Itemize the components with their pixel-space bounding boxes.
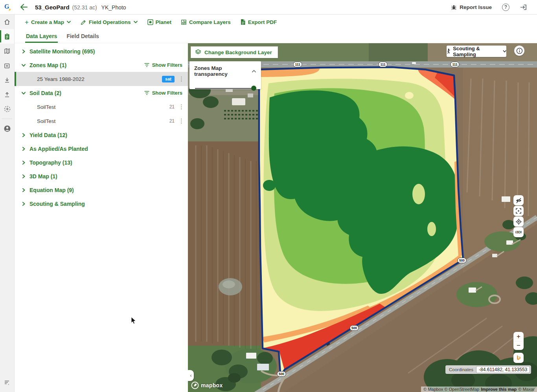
compare-layers-label: Compare Layers (189, 19, 231, 25)
map-toolbar: + Create a Map Field Operations (15, 15, 537, 29)
slider-track[interactable] (195, 88, 255, 89)
zoom-in-button[interactable]: + (513, 332, 524, 341)
add-box-icon (4, 62, 11, 69)
zones-transparency-panel: Zones Map transparency (189, 61, 261, 89)
kebab-menu-icon[interactable]: ⋮ (178, 75, 183, 82)
map-icon (4, 48, 11, 55)
chevron-down-icon (21, 62, 29, 68)
left-icon-rail (0, 15, 15, 392)
rail-account-button[interactable] (0, 121, 14, 136)
tab-data-layers[interactable]: Data Layers (25, 29, 58, 43)
mapbox-logo[interactable]: mapbox (191, 381, 223, 389)
group-label: Equation Map (9) (29, 187, 74, 193)
group-equation-map[interactable]: Equation Map (9) (15, 183, 188, 197)
kebab-menu-icon[interactable]: ⋮ (178, 103, 183, 110)
group-satellite-monitoring[interactable]: Satellite Monitoring (695) (15, 44, 188, 58)
road-label-111: 111 (293, 62, 302, 67)
rail-upload-button[interactable] (0, 87, 14, 102)
basemap-provider-button[interactable] (513, 353, 524, 363)
filter-icon (144, 62, 150, 68)
group-zones-map[interactable]: Zones Map (1) Show Filters (15, 58, 188, 72)
tab-field-details[interactable]: Field Details (66, 29, 99, 43)
panel-tabs: Data Layers Field Details (15, 29, 537, 43)
group-soil-data[interactable]: Soil Data (2) Show Filters (15, 86, 188, 100)
farm-name: YK_Photo (101, 4, 126, 11)
field-operations-button[interactable]: Field Operations (81, 19, 138, 25)
back-button[interactable] (18, 1, 29, 13)
layer-soiltest-2[interactable]: SoilTest 21 ⋮ (15, 114, 188, 128)
chevron-right-icon (21, 146, 29, 152)
show-filters-button[interactable]: Show Filters (144, 62, 182, 68)
rail-field-profile-button[interactable] (0, 29, 14, 44)
zoom-out-button[interactable]: − (513, 341, 524, 350)
map-info-button[interactable] (514, 46, 524, 56)
exit-button[interactable] (520, 4, 527, 11)
geopard-logo-icon: G (4, 3, 11, 11)
export-pdf-button[interactable]: Export PDF (240, 19, 277, 25)
scouting-sampling-dropdown[interactable]: Scouting & Sampling (447, 46, 506, 57)
field-title-group: 53_GeoPard (52.31 ac) YK_Photo (35, 4, 126, 11)
road-label-500: 500 (350, 325, 359, 331)
create-map-button[interactable]: + Create a Map (25, 19, 71, 26)
road-label-500: 500 (277, 371, 286, 377)
chevron-right-icon (21, 201, 29, 207)
kebab-menu-icon[interactable]: ⋮ (178, 117, 183, 125)
coordinates-readout: Coordinates -84.611482, 41.133553 (445, 365, 531, 374)
group-label: Soil Data (2) (29, 90, 61, 96)
walking-person-icon (447, 48, 451, 54)
fit-field-button[interactable] (513, 206, 524, 216)
field-name: 53_GeoPard (35, 4, 70, 11)
chevron-right-icon (21, 49, 29, 54)
rail-settings-button[interactable] (0, 102, 14, 116)
map-canvas[interactable]: 111 111 111 500 500 500 Change Backgroun… (188, 43, 537, 392)
help-button[interactable]: ? (502, 4, 509, 11)
transparency-slider[interactable] (194, 86, 256, 91)
layer-25-years-1988-2022[interactable]: 25 Years 1988-2022 sat ⋮ (15, 72, 188, 86)
rail-legend-toggle[interactable] (0, 375, 14, 390)
collapse-chevron-icon: ‹ (190, 373, 192, 378)
slider-thumb[interactable] (251, 86, 256, 91)
report-issue-button[interactable]: Report Issue (451, 4, 492, 10)
rail-download-button[interactable] (0, 73, 14, 87)
home-icon (4, 18, 11, 26)
group-as-applied[interactable]: As Applied/As Planted (15, 142, 188, 156)
locate-icon (515, 218, 522, 225)
3d-view-button[interactable]: 3D (513, 227, 524, 237)
locate-me-button[interactable] (513, 216, 524, 227)
mapbox-wordmark: mapbox (201, 382, 223, 388)
top-bar: G 53_GeoPard (52.31 ac) YK_Photo Report … (0, 0, 537, 15)
rail-home-button[interactable] (0, 15, 14, 29)
pdf-file-icon (240, 19, 246, 25)
list-lines-icon (4, 380, 10, 385)
layer-label: SoilTest (37, 118, 55, 124)
rotate-arcs-icon (515, 228, 522, 236)
layer-soiltest-1[interactable]: SoilTest 21 ⋮ (15, 100, 188, 114)
bing-logo-icon (515, 355, 522, 361)
chevron-right-icon (21, 187, 29, 193)
improve-map-link[interactable]: Improve this map (481, 387, 517, 392)
planet-label: Planet (156, 19, 172, 25)
group-label: Yield Data (12) (29, 132, 67, 138)
road-label-111: 111 (379, 62, 388, 67)
planet-button[interactable]: Planet (147, 19, 172, 25)
coordinates-value[interactable]: -84.611482, 41.133553 (476, 366, 530, 373)
rail-add-layer-button[interactable] (0, 58, 14, 73)
hide-labels-button[interactable] (513, 195, 524, 205)
create-map-label: Create a Map (31, 19, 64, 25)
tab-field-details-label: Field Details (66, 33, 99, 39)
sat-badge: sat (162, 76, 175, 82)
rail-maps-button[interactable] (0, 44, 14, 58)
group-3d-map[interactable]: 3D Map (1) (15, 169, 188, 183)
collapse-panel-button[interactable]: ‹ (188, 370, 194, 381)
group-topography[interactable]: Topography (13) (15, 156, 188, 169)
geopard-logo[interactable]: G (0, 0, 15, 15)
chevron-up-icon[interactable] (252, 70, 256, 73)
upload-icon (4, 91, 11, 98)
show-filters-button[interactable]: Show Filters (144, 90, 182, 96)
map-attribution: © Mapbox © OpenStreetMap Improve this ma… (421, 387, 537, 392)
change-background-layer-button[interactable]: Change Background Layer (191, 46, 278, 58)
compare-layers-button[interactable]: Compare Layers (181, 19, 231, 25)
header-band: + Create a Map Field Operations (15, 15, 537, 43)
group-yield-data[interactable]: Yield Data (12) (15, 128, 188, 142)
group-scouting-sampling[interactable]: Scouting & Sampling (15, 197, 188, 211)
